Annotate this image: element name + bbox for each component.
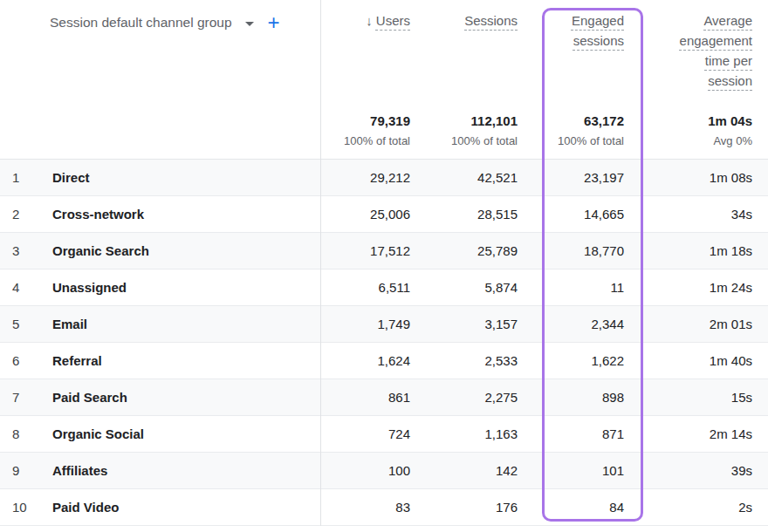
channel-name: Unassigned xyxy=(40,280,321,295)
table-row: 2 Cross-network 25,006 28,515 14,665 34s xyxy=(0,196,768,233)
avg-engagement-time-value: 1m 18s xyxy=(624,243,768,258)
table-row: 6 Referral 1,624 2,533 1,622 1m 40s xyxy=(0,343,768,379)
channel-name: Organic Search xyxy=(40,243,321,258)
totals-users-value: 79,319 xyxy=(321,112,410,131)
table-row: 5 Email 1,749 3,157 2,344 2m 01s xyxy=(0,306,768,343)
totals-avg-engagement-time: 1m 04s Avg 0% xyxy=(624,112,768,159)
table-body: 1 Direct 29,212 42,521 23,197 1m 08s 2 C… xyxy=(0,160,768,526)
column-header-sessions[interactable]: Sessions xyxy=(410,0,518,96)
row-rank: 10 xyxy=(0,500,40,515)
avg-engagement-time-value: 2m 01s xyxy=(624,317,768,331)
table-row: 9 Affiliates 100 142 101 39s xyxy=(0,453,768,489)
channel-name: Affiliates xyxy=(40,463,321,478)
column-header-avg-engagement-time-label: Average engagement time per session xyxy=(663,10,752,91)
totals-sessions: 112,101 100% of total xyxy=(410,112,518,159)
column-header-users[interactable]: ↓Users xyxy=(321,0,410,96)
row-rank: 2 xyxy=(0,207,40,222)
table-row: 8 Organic Social 724 1,163 871 2m 14s xyxy=(0,416,768,453)
sort-descending-icon: ↓ xyxy=(366,10,373,31)
channel-name: Referral xyxy=(40,353,321,368)
channel-group-report-table: Session default channel group + ↓Users S… xyxy=(0,0,768,532)
engaged-sessions-value: 11 xyxy=(518,280,624,295)
users-value: 1,624 xyxy=(321,353,410,368)
totals-users: 79,319 100% of total xyxy=(321,112,410,159)
channel-name: Cross-network xyxy=(40,207,321,222)
avg-engagement-time-value: 1m 40s xyxy=(624,353,768,368)
chevron-down-icon xyxy=(245,22,254,26)
row-rank: 6 xyxy=(0,353,40,368)
sessions-value: 5,874 xyxy=(410,280,518,295)
sessions-value: 2,275 xyxy=(410,390,518,405)
channel-name: Organic Social xyxy=(40,426,321,441)
totals-spacer xyxy=(0,112,321,159)
sessions-value: 3,157 xyxy=(410,317,518,331)
totals-avg-engagement-time-subtext: Avg 0% xyxy=(624,131,752,152)
row-rank: 5 xyxy=(0,317,40,331)
users-value: 17,512 xyxy=(321,243,410,258)
column-header-engaged-sessions-label: Engaged sessions xyxy=(526,10,624,51)
row-rank: 7 xyxy=(0,390,40,405)
sessions-value: 176 xyxy=(410,500,518,515)
column-header-users-label: Users xyxy=(376,10,410,31)
sessions-value: 1,163 xyxy=(410,426,518,441)
engaged-sessions-value: 871 xyxy=(518,426,624,441)
channel-name: Direct xyxy=(40,170,321,185)
totals-row: 79,319 100% of total 112,101 100% of tot… xyxy=(0,96,768,160)
engaged-sessions-value: 101 xyxy=(518,463,624,478)
sessions-value: 142 xyxy=(410,463,518,478)
sessions-value: 42,521 xyxy=(410,170,518,185)
engaged-sessions-value: 18,770 xyxy=(518,243,624,258)
table-row: 3 Organic Search 17,512 25,789 18,770 1m… xyxy=(0,233,768,269)
totals-sessions-subtext: 100% of total xyxy=(410,131,518,152)
totals-sessions-value: 112,101 xyxy=(410,112,518,131)
table-row: 1 Direct 29,212 42,521 23,197 1m 08s xyxy=(0,160,768,196)
dimension-metrics-divider xyxy=(320,0,321,526)
table-row: 10 Paid Video 83 176 84 2s xyxy=(0,489,768,526)
row-rank: 8 xyxy=(0,426,40,441)
row-rank: 1 xyxy=(0,170,40,185)
engaged-sessions-value: 2,344 xyxy=(518,317,624,331)
users-value: 83 xyxy=(321,500,410,515)
column-header-avg-engagement-time[interactable]: Average engagement time per session xyxy=(624,0,768,96)
engaged-sessions-value: 23,197 xyxy=(518,170,624,185)
avg-engagement-time-value: 34s xyxy=(624,207,768,222)
sessions-value: 28,515 xyxy=(410,207,518,222)
table-row: 7 Paid Search 861 2,275 898 15s xyxy=(0,379,768,416)
table-header-row: Session default channel group + ↓Users S… xyxy=(0,0,768,96)
users-value: 25,006 xyxy=(321,207,410,222)
engaged-sessions-value: 1,622 xyxy=(518,353,624,368)
channel-name: Paid Search xyxy=(40,390,321,405)
engaged-sessions-value: 84 xyxy=(518,500,624,515)
totals-engaged-sessions: 63,172 100% of total xyxy=(518,112,624,159)
avg-engagement-time-value: 2m 14s xyxy=(624,426,768,441)
row-rank: 3 xyxy=(0,243,40,258)
channel-name: Email xyxy=(40,317,321,331)
engaged-sessions-value: 898 xyxy=(518,390,624,405)
totals-avg-engagement-time-value: 1m 04s xyxy=(624,112,752,131)
table-row: 4 Unassigned 6,511 5,874 11 1m 24s xyxy=(0,269,768,306)
dimension-selector-label: Session default channel group xyxy=(50,12,232,33)
sessions-value: 2,533 xyxy=(410,353,518,368)
avg-engagement-time-value: 1m 24s xyxy=(624,280,768,295)
totals-engaged-sessions-value: 63,172 xyxy=(518,112,624,131)
sessions-value: 25,789 xyxy=(410,243,518,258)
users-value: 1,749 xyxy=(321,317,410,331)
users-value: 724 xyxy=(321,426,410,441)
avg-engagement-time-value: 2s xyxy=(624,500,768,515)
users-value: 6,511 xyxy=(321,280,410,295)
users-value: 861 xyxy=(321,390,410,405)
column-header-engaged-sessions[interactable]: Engaged sessions xyxy=(518,0,624,96)
column-header-sessions-label: Sessions xyxy=(464,10,518,31)
channel-name: Paid Video xyxy=(40,500,321,515)
avg-engagement-time-value: 1m 08s xyxy=(624,170,768,185)
users-value: 100 xyxy=(321,463,410,478)
avg-engagement-time-value: 39s xyxy=(624,463,768,478)
avg-engagement-time-value: 15s xyxy=(624,390,768,405)
row-rank: 4 xyxy=(0,280,40,295)
totals-users-subtext: 100% of total xyxy=(321,131,410,152)
row-rank: 9 xyxy=(0,463,40,478)
add-dimension-button[interactable]: + xyxy=(268,12,280,33)
users-value: 29,212 xyxy=(321,170,410,185)
totals-engaged-sessions-subtext: 100% of total xyxy=(518,131,624,152)
dimension-selector[interactable]: Session default channel group + xyxy=(0,0,321,35)
